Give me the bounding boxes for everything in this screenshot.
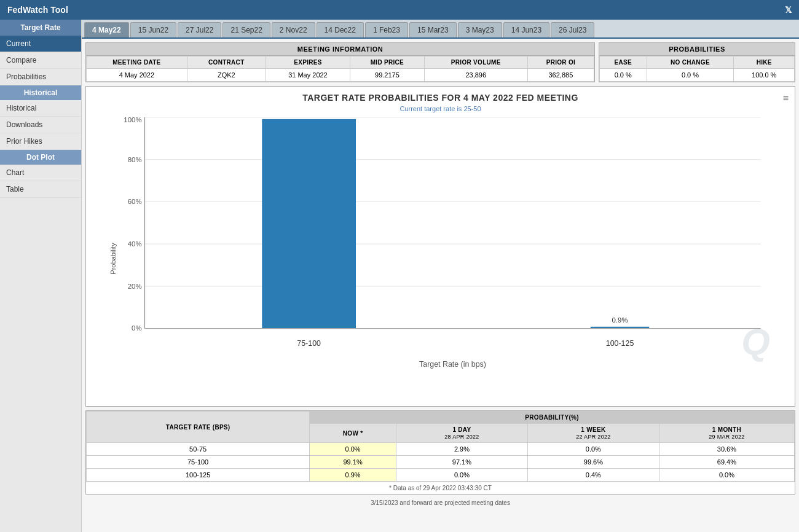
svg-text:0%: 0% [132,324,142,332]
svg-text:75-100: 75-100 [297,339,321,348]
probabilities-table: EASE NO CHANGE HIKE 0.0 % 0.0 % 100.0 % [599,56,795,82]
svg-text:100-125: 100-125 [606,339,634,348]
col-probability-pct: PROBABILITY(%) [310,412,795,424]
meeting-info-header: MEETING INFORMATION [86,43,594,56]
app-header: FedWatch Tool 𝕏 [0,0,799,20]
info-panel-row: MEETING INFORMATION MEETING DATE CONTRAC… [85,42,795,82]
prob-footnote: * Data as of 29 Apr 2022 03:43:30 CT [86,482,795,494]
no-change-cell: 0.0 % [647,69,734,82]
sidebar-item-compare[interactable]: Compare [0,52,81,69]
col-target-rate-bps: TARGET RATE (BPS) [87,412,310,443]
col-expires: EXPIRES [266,57,350,69]
chart-menu-icon[interactable]: ≡ [783,93,789,104]
now-50-75: 0.0% [310,443,396,456]
probabilities-box: PROBABILITIES EASE NO CHANGE HIKE 0.0 % [599,42,795,82]
table-row: 100-125 0.9% 0.0% 0.4% 0.0% [87,469,795,482]
sidebar-item-prior-hikes[interactable]: Prior Hikes [0,133,81,150]
probabilities-header: PROBABILITIES [599,43,795,56]
table-row: 75-100 99.1% 97.1% 99.6% 69.4% [87,456,795,469]
day1-75-100: 97.1% [396,456,527,469]
chart-subtitle: Current target rate is 25-50 [92,105,789,112]
day1-100-125: 0.0% [396,469,527,482]
tab-2-nov22[interactable]: 2 Nov22 [272,22,315,37]
svg-text:20%: 20% [128,283,142,290]
col-1-month: 1 MONTH29 MAR 2022 [659,424,794,443]
sidebar-item-probabilities[interactable]: Probabilities [0,69,81,85]
tab-4-may22[interactable]: 4 May22 [84,22,129,37]
rate-100-125: 100-125 [87,469,310,482]
meeting-info-box: MEETING INFORMATION MEETING DATE CONTRAC… [85,42,595,82]
sidebar-item-table[interactable]: Table [0,181,81,198]
week1-75-100: 99.6% [527,456,659,469]
svg-text:0.9%: 0.9% [612,316,628,324]
sidebar: Target Rate Current Compare Probabilitie… [0,20,82,532]
col-now: NOW * [310,424,396,443]
col-mid-price: MID PRICE [350,57,425,69]
col-ease: EASE [600,57,647,69]
month1-50-75: 30.6% [659,443,794,456]
dot-plot-section-header: Dot Plot [0,150,81,165]
tab-26-jul23[interactable]: 26 Jul23 [551,22,594,37]
col-1-week: 1 WEEK22 APR 2022 [527,424,659,443]
col-hike: HIKE [734,57,795,69]
col-no-change: NO CHANGE [647,57,734,69]
table-row: 4 May 2022 ZQK2 31 May 2022 99.2175 23,8… [87,69,594,82]
table-row: 0.0 % 0.0 % 100.0 % [600,69,795,82]
historical-section-header: Historical [0,85,81,100]
svg-text:80%: 80% [128,156,142,163]
prob-table: TARGET RATE (BPS) PROBABILITY(%) NOW * 1… [86,411,795,482]
meeting-info-table: MEETING DATE CONTRACT EXPIRES MID PRICE … [86,56,594,82]
tab-21-sep22[interactable]: 21 Sep22 [222,22,270,37]
prior-volume-cell: 23,896 [424,69,527,82]
hike-cell: 100.0 % [734,69,795,82]
now-75-100: 99.1% [310,456,396,469]
tab-15-jun22[interactable]: 15 Jun22 [130,22,176,37]
month1-100-125: 0.0% [659,469,794,482]
tab-27-jul22[interactable]: 27 Jul22 [178,22,221,37]
prior-oi-cell: 362,885 [527,69,594,82]
app-title: FedWatch Tool [7,5,68,15]
week1-100-125: 0.4% [527,469,659,482]
week1-50-75: 0.0% [527,443,659,456]
col-prior-volume: PRIOR VOLUME [424,57,527,69]
expires-cell: 31 May 2022 [266,69,350,82]
contract-cell: ZQK2 [187,69,266,82]
ease-cell: 0.0 % [600,69,647,82]
tab-bar: 4 May2215 Jun2227 Jul2221 Sep222 Nov2214… [82,20,799,39]
svg-text:60%: 60% [128,198,142,205]
chart-title: TARGET RATE PROBABILITIES FOR 4 MAY 2022… [92,93,789,103]
target-rate-section[interactable]: Target Rate [0,20,81,36]
now-100-125: 0.9% [310,469,396,482]
tab-3-may23[interactable]: 3 May23 [458,22,502,37]
prob-table-panel: TARGET RATE (BPS) PROBABILITY(%) NOW * 1… [85,410,795,495]
day1-50-75: 2.9% [396,443,527,456]
mid-price-cell: 99.2175 [350,69,425,82]
chart-wrapper: Probability Q 0% 20% [92,117,789,400]
bar-75-100[interactable] [262,119,356,329]
col-prior-oi: PRIOR OI [527,57,594,69]
chart-svg: 0% 20% 40% 60% 80% 100% 99.1% 0.9% 7 [117,117,789,375]
chart-panel: ≡ TARGET RATE PROBABILITIES FOR 4 MAY 20… [85,86,795,407]
col-contract: CONTRACT [187,57,266,69]
tab-1-feb23[interactable]: 1 Feb23 [365,22,408,37]
bottom-note: 3/15/2023 and forward are projected meet… [85,497,795,509]
tab-15-mar23[interactable]: 15 Mar23 [409,22,457,37]
meeting-date-cell: 4 May 2022 [87,69,187,82]
tab-14-dec22[interactable]: 14 Dec22 [317,22,364,37]
rate-75-100: 75-100 [87,456,310,469]
col-meeting-date: MEETING DATE [87,57,187,69]
twitter-icon[interactable]: 𝕏 [785,5,792,15]
rate-50-75: 50-75 [87,443,310,456]
sidebar-item-chart[interactable]: Chart [0,165,81,181]
sidebar-item-current[interactable]: Current [0,36,81,52]
tab-14-jun23[interactable]: 14 Jun23 [503,22,549,37]
svg-text:40%: 40% [128,240,142,248]
main-content: 4 May2215 Jun2227 Jul2221 Sep222 Nov2214… [82,20,799,532]
svg-text:100%: 100% [124,117,141,123]
content-area: MEETING INFORMATION MEETING DATE CONTRAC… [82,39,799,532]
sidebar-item-downloads[interactable]: Downloads [0,117,81,133]
svg-text:Target Rate (in bps): Target Rate (in bps) [419,360,486,369]
sidebar-item-historical[interactable]: Historical [0,100,81,117]
month1-75-100: 69.4% [659,456,794,469]
y-axis-label: Probability [109,243,117,274]
